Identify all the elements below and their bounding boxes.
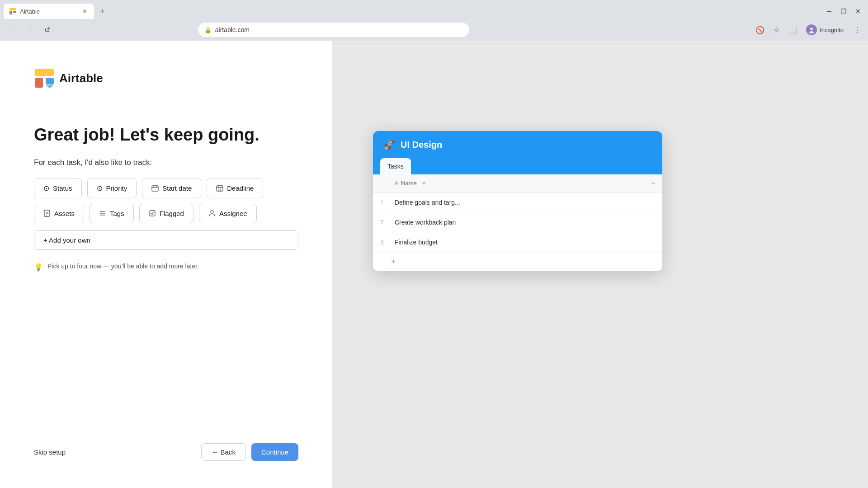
table-header: A Name ▼ + [373, 174, 662, 192]
bookmark-icon[interactable]: ☆ [769, 23, 783, 37]
window-controls: ─ ❐ ✕ [823, 5, 868, 18]
option-priority-label: Priority [106, 184, 127, 192]
row-number-3: 3 [373, 239, 391, 246]
table-row: 3 Finalize budget [373, 232, 662, 252]
option-assets[interactable]: Assets [34, 204, 84, 223]
card-header: 🚀 UI Design [373, 131, 662, 158]
options-grid: ⊙ Status ⊙ Priority Start date [34, 178, 298, 223]
incognito-button[interactable]: Incognito [802, 23, 848, 37]
option-assignee-label: Assignee [219, 210, 247, 217]
hint-icon: 💡 [34, 263, 43, 272]
row-cell-1: Define goals and targ... [391, 195, 662, 210]
option-priority[interactable]: ⊙ Priority [87, 178, 137, 198]
toolbar-icons: 🚫 ☆ ⬜ Incognito ⋮ [753, 23, 864, 37]
forward-nav-button[interactable]: → [22, 23, 36, 37]
page-subheading: For each task, I'd also like to track: [34, 158, 298, 167]
option-start-date[interactable]: Start date [142, 178, 201, 198]
cast-icon[interactable]: 🚫 [753, 23, 767, 37]
svg-point-3 [810, 28, 813, 30]
card-title: UI Design [401, 140, 442, 150]
more-menu-icon[interactable]: ⋮ [850, 23, 864, 37]
svg-text:31: 31 [218, 188, 222, 191]
card-header-icon: 🚀 [384, 139, 395, 150]
card-tabs: Tasks [373, 158, 662, 174]
logo-text: Airtable [59, 71, 103, 85]
svg-point-4 [809, 31, 814, 33]
lock-icon: 🔒 [204, 27, 212, 33]
hint-text: Pick up to four now — you'll be able to … [47, 263, 199, 270]
svg-rect-9 [152, 186, 158, 191]
right-panel: 🚀 UI Design Tasks A Name ▼ + 1 [332, 41, 868, 488]
row-number-2: 2 [373, 219, 391, 225]
tasks-tab[interactable]: Tasks [380, 158, 411, 174]
row-cell-3: Finalize budget [391, 235, 662, 249]
svg-rect-25 [150, 211, 155, 216]
svg-rect-1 [9, 8, 16, 10]
tab-title: Airtable [20, 8, 77, 15]
footer-actions: Skip setup ← Back Continue [34, 425, 298, 461]
option-assets-label: Assets [54, 210, 75, 217]
left-panel: Airtable Great job! Let's keep going. Fo… [0, 41, 332, 488]
incognito-label: Incognito [820, 27, 844, 33]
row-number-1: 1 [373, 199, 391, 206]
assets-icon [43, 210, 51, 217]
status-icon: ⊙ [43, 184, 49, 192]
option-deadline[interactable]: 31 Deadline [207, 178, 263, 198]
option-start-date-label: Start date [162, 184, 192, 192]
maximize-button[interactable]: ❐ [837, 5, 850, 18]
add-own-button[interactable]: + Add your own [34, 230, 298, 250]
svg-rect-0 [9, 11, 12, 14]
table-body: 1 Define goals and targ... 2 Create work… [373, 192, 662, 252]
svg-rect-5 [35, 78, 43, 88]
option-flagged-label: Flagged [160, 210, 184, 217]
back-button[interactable]: ← Back [201, 443, 246, 461]
browser-chrome: Airtable ✕ + ─ ❐ ✕ ← → ↺ 🔒 airtable.com … [0, 0, 868, 41]
tab-bar: Airtable ✕ + ─ ❐ ✕ [0, 0, 868, 19]
svg-marker-8 [46, 85, 54, 89]
address-bar-row: ← → ↺ 🔒 airtable.com 🚫 ☆ ⬜ Incognito ⋮ [0, 19, 868, 41]
tags-icon [99, 210, 106, 217]
sort-icon: ▼ [421, 180, 427, 187]
option-status[interactable]: ⊙ Status [34, 178, 82, 198]
header-name: A Name ▼ [391, 178, 644, 188]
add-row-button[interactable]: + [373, 252, 662, 271]
tab-favicon [9, 8, 16, 15]
add-column-button[interactable]: + [644, 179, 662, 188]
start-date-icon [151, 184, 159, 192]
minimize-button[interactable]: ─ [823, 5, 835, 18]
split-screen-icon[interactable]: ⬜ [785, 23, 800, 37]
new-tab-button[interactable]: + [96, 5, 108, 18]
active-tab[interactable]: Airtable ✕ [4, 4, 94, 19]
airtable-logo: Airtable [34, 68, 298, 89]
option-flagged[interactable]: Flagged [139, 204, 193, 223]
hint-row: 💡 Pick up to four now — you'll be able t… [34, 263, 298, 272]
close-button[interactable]: ✕ [852, 5, 864, 18]
svg-point-26 [211, 211, 213, 213]
svg-rect-7 [46, 78, 54, 84]
preview-card: 🚀 UI Design Tasks A Name ▼ + 1 [373, 131, 662, 271]
priority-icon: ⊙ [97, 184, 103, 192]
option-status-label: Status [53, 184, 72, 192]
option-deadline-label: Deadline [227, 184, 254, 192]
table-row: 2 Create workback plan [373, 212, 662, 232]
col-type-icon: A [395, 180, 398, 187]
main-area: Airtable Great job! Let's keep going. Fo… [0, 41, 868, 488]
col-name-label: Name [401, 180, 417, 187]
address-bar[interactable]: 🔒 airtable.com [198, 23, 469, 37]
continue-button[interactable]: Continue [251, 443, 298, 461]
reload-button[interactable]: ↺ [40, 23, 54, 37]
svg-rect-2 [13, 11, 16, 13]
back-nav-button[interactable]: ← [4, 23, 18, 37]
option-assignee[interactable]: Assignee [199, 204, 257, 223]
url-text: airtable.com [215, 26, 250, 33]
tab-close-button[interactable]: ✕ [80, 7, 89, 15]
assignee-icon [208, 210, 216, 217]
incognito-avatar [806, 24, 817, 35]
table-row: 1 Define goals and targ... [373, 192, 662, 212]
option-tags-label: Tags [110, 210, 124, 217]
skip-setup-link[interactable]: Skip setup [34, 448, 66, 456]
deadline-icon: 31 [216, 184, 223, 192]
flagged-icon [149, 210, 156, 217]
svg-rect-6 [35, 69, 54, 76]
option-tags[interactable]: Tags [90, 204, 134, 223]
